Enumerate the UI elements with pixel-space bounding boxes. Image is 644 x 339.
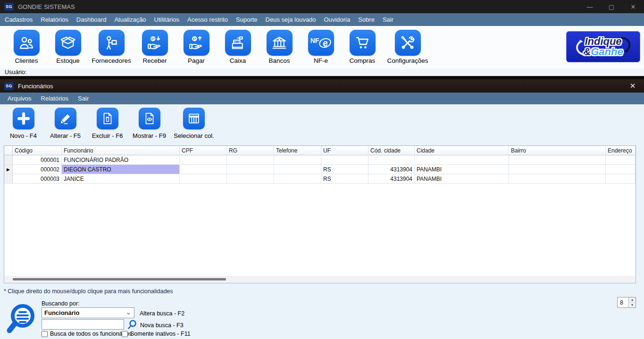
box-icon: [55, 30, 81, 56]
application-window: SG GONDIE SISTEMAS — ▢ ✕ Cadastros Relat…: [0, 0, 644, 339]
table-footnote: * Clique direito do mouse/duplo clique p…: [4, 288, 173, 295]
menu-ouvidoria[interactable]: Ouvidoria: [320, 14, 354, 25]
inactive-only-checkbox-label: Somente inativos - F11: [130, 331, 191, 337]
tool-bancos[interactable]: Bancos: [259, 30, 300, 64]
tool-label: Clientes: [15, 57, 38, 64]
table-row-selected[interactable]: ▶ 000002 DIEGON CASTRO RS 4313904 PANAMB…: [4, 165, 636, 174]
column-header-codigo[interactable]: Código: [13, 146, 62, 155]
tool-label: Caixa: [230, 57, 246, 64]
menu-suporte[interactable]: Suporte: [232, 14, 261, 25]
menu-arquivos[interactable]: Arquivos: [3, 93, 36, 104]
menu-acesso-restrito[interactable]: Acesso restrito: [184, 14, 232, 25]
column-header-cpf[interactable]: CPF: [180, 146, 227, 155]
tool-nfe[interactable]: NFe NF-e: [300, 30, 342, 64]
menu-atualizacao[interactable]: Atualização: [110, 14, 150, 25]
menu-relatorios-inner[interactable]: Relatórios: [36, 93, 74, 104]
indique-ganhe-banner[interactable]: Indique &Ganhe: [566, 31, 640, 62]
plus-icon: [13, 108, 34, 129]
column-header-uf[interactable]: UF: [321, 146, 368, 155]
tool-pagar[interactable]: $ Pagar: [176, 30, 217, 64]
tool-label: Bancos: [268, 57, 290, 64]
tool-configuracoes[interactable]: Configurações: [383, 30, 432, 64]
spinner-value: 8: [618, 297, 628, 307]
tool-fornecedores[interactable]: Fornecedores: [89, 30, 134, 64]
cell-uf: RS: [321, 165, 368, 174]
action-label: Excluir - F6: [92, 132, 123, 139]
maximize-icon[interactable]: ▢: [601, 0, 622, 13]
cell-endereco: [606, 174, 636, 184]
column-header-rg[interactable]: RG: [227, 146, 274, 155]
menu-deus-seja-louvado[interactable]: Deus seja louvado: [262, 14, 320, 25]
menu-utilitarios[interactable]: Utilitários: [151, 14, 183, 25]
action-label: Mostrar - F9: [133, 132, 166, 139]
excluir-button[interactable]: Excluir - F6: [86, 108, 128, 139]
minimize-icon[interactable]: —: [579, 0, 601, 13]
funcionarios-close-icon[interactable]: ✕: [623, 79, 642, 93]
cell-rg: [227, 165, 274, 174]
svg-text:$: $: [193, 36, 196, 41]
cart-icon: [350, 30, 376, 56]
tools-icon: [395, 30, 421, 56]
dropdown-value: Funcionário: [44, 309, 79, 316]
cell-bairro: [509, 174, 606, 184]
action-label: Novo - F4: [10, 132, 37, 139]
cell-cod-cidade: 4313904: [368, 174, 415, 184]
close-icon[interactable]: ✕: [622, 0, 644, 13]
cash-register-icon: [225, 30, 251, 56]
menu-dashboard[interactable]: Dashboard: [73, 14, 110, 25]
tool-clientes[interactable]: Clientes: [6, 30, 47, 64]
scrollbar-thumb[interactable]: [13, 278, 226, 280]
altera-busca-label: Altera busca - F2: [140, 310, 184, 317]
page-size-spinner[interactable]: 8 ▲ ▼: [617, 297, 636, 308]
selecionar-col-button[interactable]: Selecionar col.: [170, 108, 217, 139]
novo-button[interactable]: Novo - F4: [2, 108, 44, 139]
menu-cadastros[interactable]: Cadastros: [1, 14, 36, 25]
menu-sair[interactable]: Sair: [379, 14, 397, 25]
table-header-row: Código Funcionário CPF RG Telefone UF Có…: [4, 146, 636, 155]
cell-funcionario: FUNCIONÁRIO PADRÃO: [62, 155, 180, 165]
column-header-cidade[interactable]: Cidade: [415, 146, 509, 155]
cell-rg: [227, 155, 274, 165]
all-employees-checkbox[interactable]: [42, 331, 48, 337]
inactive-only-checkbox[interactable]: [122, 331, 128, 337]
tool-label: NF-e: [314, 57, 328, 64]
column-header-endereco[interactable]: Endereço: [606, 146, 636, 155]
column-header-bairro[interactable]: Bairro: [509, 146, 606, 155]
table-row[interactable]: 000003 JANICE RS 4313904 PANAMBI: [4, 174, 636, 184]
cell-cpf: [180, 174, 227, 184]
table-row[interactable]: 000001 FUNCIONÁRIO PADRÃO: [4, 155, 636, 165]
row-selector-cell: [4, 155, 13, 165]
menu-sobre[interactable]: Sobre: [354, 14, 378, 25]
search-field-dropdown[interactable]: Funcionário ⌄: [42, 307, 134, 318]
tool-label: Compras: [350, 57, 376, 64]
column-header-funcionario[interactable]: Funcionário: [62, 146, 180, 155]
search-input[interactable]: [42, 319, 124, 330]
chevron-down-icon: ⌄: [125, 308, 131, 316]
cell-uf: [321, 155, 368, 165]
main-menubar: Cadastros Relatórios Dashboard Atualizaç…: [0, 13, 644, 26]
column-header-telefone[interactable]: Telefone: [274, 146, 321, 155]
window-title: GONDIE SISTEMAS: [18, 3, 75, 10]
all-employees-checkbox-row: Busca de todos os funcionários: [42, 331, 132, 337]
funcionarios-titlebar: SG Funcionários ✕: [0, 79, 644, 93]
pencil-icon: [55, 108, 76, 129]
menu-relatorios[interactable]: Relatórios: [37, 14, 72, 25]
spinner-up-icon[interactable]: ▲: [629, 297, 636, 303]
alterar-button[interactable]: Alterar - F5: [44, 108, 86, 139]
cell-telefone: [274, 165, 321, 174]
nova-busca-label: Nova busca - F3: [140, 322, 184, 329]
search-magnifier-icon[interactable]: [126, 319, 138, 331]
tool-caixa[interactable]: Caixa: [217, 30, 259, 64]
mostrar-button[interactable]: Mostrar - F9: [128, 108, 170, 139]
spinner-down-icon[interactable]: ▼: [629, 303, 636, 307]
tool-label: Estoque: [56, 57, 80, 64]
buscando-por-label: Buscando por:: [42, 300, 80, 307]
horizontal-scrollbar[interactable]: [5, 276, 635, 282]
search-logo-icon: [4, 301, 39, 337]
menu-sair-inner[interactable]: Sair: [73, 93, 93, 104]
column-header-cod-cidade[interactable]: Cód. cidade: [368, 146, 415, 155]
cell-cidade: PANAMBI: [415, 165, 509, 174]
tool-receber[interactable]: $ Receber: [134, 30, 176, 64]
tool-estoque[interactable]: Estoque: [47, 30, 89, 64]
tool-compras[interactable]: Compras: [342, 30, 383, 64]
